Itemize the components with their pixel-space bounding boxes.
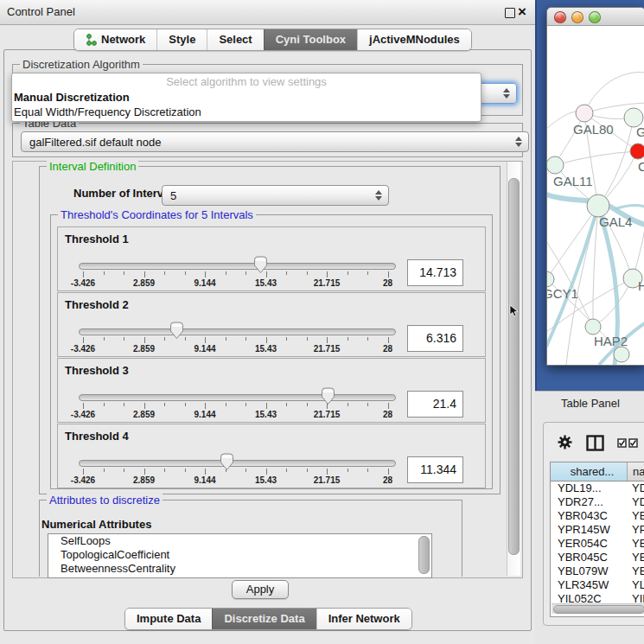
apply-button[interactable]: Apply — [232, 580, 289, 599]
combo-arrows-icon — [375, 190, 382, 201]
numerical-attributes-list[interactable]: SelfLoopsTopologicalCoefficientBetweenne… — [48, 533, 432, 578]
vertical-scrollbar[interactable] — [507, 162, 520, 576]
slider-tick-label: 9.144 — [194, 344, 215, 354]
slider-tick — [327, 337, 328, 343]
threshold-slider-thumb[interactable] — [253, 256, 268, 274]
column-header-name[interactable]: name — [628, 462, 644, 481]
slider-tick — [104, 403, 105, 406]
table-row[interactable]: YBL079WYBL0 — [551, 564, 644, 578]
slider-tick — [367, 469, 368, 472]
network-node-hap2[interactable] — [585, 319, 601, 335]
combo-arrows-icon — [503, 88, 510, 99]
table-row[interactable]: YER054CYER0 — [551, 537, 644, 551]
tab-label: Network — [101, 29, 145, 50]
threshold-slider-thumb[interactable] — [169, 322, 184, 340]
network-node-label: GAL4 — [599, 214, 632, 229]
node-table-hscrollbar[interactable] — [552, 603, 644, 614]
attribute-item-betweennesscentrality[interactable]: BetweennessCentrality — [48, 562, 431, 576]
threshold-value-field[interactable]: 11.344 — [407, 456, 463, 483]
threshold-slider-track[interactable] — [79, 328, 396, 335]
slider-tick — [348, 337, 348, 341]
network-window[interactable]: GAL80GCGAL11GAL4GCY1HHAP2 — [546, 7, 644, 366]
close-traffic-light[interactable] — [554, 11, 566, 23]
bottom-tab-impute-data[interactable]: Impute Data — [125, 609, 212, 629]
attribute-item-selfloops[interactable]: SelfLoops — [48, 534, 431, 548]
table-row[interactable]: YBR043CYBR0 — [551, 509, 644, 523]
node-table[interactable]: shared...name YDL19...YDL1YDR27...YDR2YB… — [550, 462, 644, 617]
tab-label: Cyni Toolbox — [276, 29, 346, 50]
threshold-panel-3: Threshold 3-3.4262.8599.14415.4321.71528… — [57, 358, 486, 423]
threshold-slider-thumb[interactable] — [220, 453, 234, 471]
table-cell: YBR0 — [627, 551, 644, 564]
threshold-value-field[interactable]: 21.4 — [407, 391, 463, 418]
minimize-traffic-light[interactable] — [571, 11, 583, 23]
network-edge[interactable] — [547, 206, 598, 279]
slider-tick-label: 15.43 — [255, 344, 277, 354]
network-node-gal11[interactable] — [547, 156, 564, 174]
table-cell: YLR3 — [627, 578, 644, 592]
table-row[interactable]: YDL19...YDL1 — [551, 481, 644, 495]
slider-tick — [348, 403, 348, 406]
table-row[interactable]: YPR145WYPR1 — [551, 523, 644, 537]
attributes-list-scrollbar-thumb[interactable] — [418, 536, 430, 574]
algorithm-option-manual-discretization[interactable]: Manual Discretization — [12, 90, 481, 105]
number-of-intervals-combobox[interactable]: 5 — [162, 185, 389, 206]
attribute-item-topologicalcoefficient[interactable]: TopologicalCoefficient — [48, 548, 431, 562]
threshold-slider-track[interactable] — [79, 263, 396, 270]
column-header-shared[interactable]: shared... — [551, 462, 628, 481]
tab-style[interactable]: Style — [156, 29, 207, 50]
slider-tick — [286, 337, 287, 341]
tab-select[interactable]: Select — [207, 29, 263, 50]
table-row[interactable]: YBR045CYBR0 — [551, 551, 644, 564]
slider-tick — [205, 271, 206, 277]
bottom-tabbar: Impute DataDiscretize DataInfer Network — [124, 608, 412, 630]
window-float-icon[interactable] — [505, 8, 515, 18]
bottom-tab-discretize-data[interactable]: Discretize Data — [212, 609, 316, 629]
slider-tick — [124, 469, 124, 472]
slider-tick — [307, 403, 308, 406]
algorithm-option-equal-width-frequency-discretization[interactable]: Equal Width/Frequency Discretization — [12, 105, 481, 119]
slider-tick — [226, 271, 226, 275]
table-data-combobox[interactable]: galFiltered.sif default node — [21, 131, 529, 152]
table-data-combobox-value: galFiltered.sif default node — [29, 136, 161, 149]
threshold-slider-thumb[interactable] — [321, 387, 335, 405]
checkbox-icon[interactable] — [617, 438, 627, 448]
tab-cyni-toolbox[interactable]: Cyni Toolbox — [264, 29, 357, 50]
thresholds-group-title: Threshold's Coordinates for 5 Intervals — [58, 208, 256, 221]
gear-icon[interactable] — [558, 435, 572, 450]
table-row[interactable]: YLR345WYLR3 — [551, 578, 644, 592]
table-cell: YLR345W — [551, 578, 627, 592]
network-edge[interactable] — [584, 73, 644, 113]
slider-tick — [348, 271, 348, 275]
checkbox-icon[interactable] — [628, 438, 638, 448]
tab-label: Impute Data — [137, 609, 201, 629]
node-table-hscrollbar-thumb[interactable] — [553, 605, 644, 614]
network-edge[interactable] — [615, 206, 644, 209]
threshold-slider-track[interactable] — [79, 460, 396, 467]
bottom-tab-infer-network[interactable]: Infer Network — [316, 609, 411, 629]
slider-tick-label: 2.859 — [133, 410, 155, 419]
network-node-c[interactable] — [630, 143, 644, 159]
slider-tick-label: -3.426 — [71, 410, 95, 419]
slider-tick — [286, 403, 287, 406]
network-node[interactable] — [614, 347, 629, 362]
zoom-traffic-light[interactable] — [589, 11, 601, 23]
columns-icon[interactable] — [586, 435, 604, 451]
network-node-label: HAP2 — [594, 334, 628, 348]
slider-tick-label: -3.426 — [71, 475, 95, 485]
slider-tick — [164, 403, 165, 406]
tab-jactivemnodules[interactable]: jActiveMNodules — [357, 29, 471, 50]
vertical-scrollbar-thumb[interactable] — [508, 178, 520, 555]
number-of-intervals-value: 5 — [170, 189, 176, 202]
threshold-value-field[interactable]: 14.713 — [407, 259, 463, 286]
slider-tick — [144, 271, 145, 277]
threshold-slider-track[interactable] — [79, 394, 396, 401]
slider-tick — [164, 337, 165, 341]
tab-network[interactable]: Network — [74, 29, 156, 50]
table-row[interactable]: YDR27...YDR2 — [551, 495, 644, 509]
network-edge[interactable] — [555, 151, 638, 165]
window-close-icon[interactable]: × — [518, 2, 526, 22]
threshold-value-field[interactable]: 6.316 — [407, 325, 463, 352]
network-node-gal80[interactable] — [576, 105, 593, 122]
network-graph[interactable]: GAL80GCGAL11GAL4GCY1HHAP2 — [547, 25, 644, 365]
